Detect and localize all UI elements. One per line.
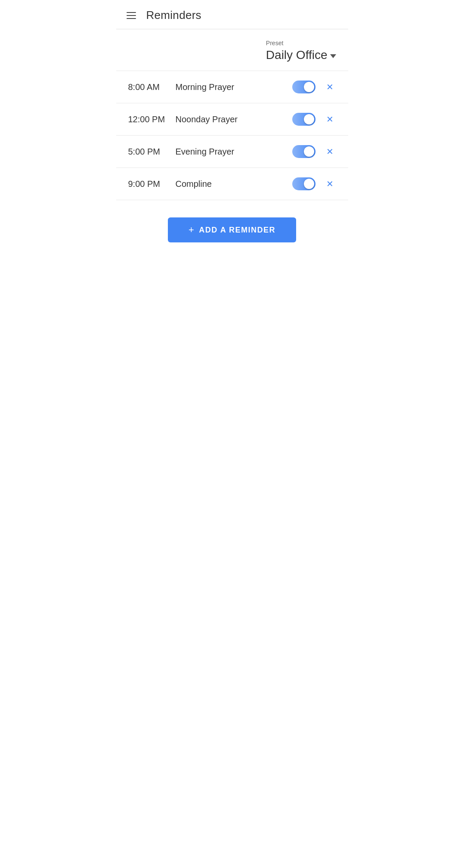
reminder-time: 8:00 AM (128, 82, 176, 92)
reminder-row: 8:00 AM Morning Prayer ✕ (116, 71, 348, 103)
reminders-list: 8:00 AM Morning Prayer ✕ 12:00 PM Noonda… (116, 71, 348, 200)
header: Reminders (116, 0, 348, 29)
preset-label: Preset (266, 40, 283, 46)
toggle-thumb (304, 179, 314, 189)
add-reminder-button[interactable]: + ADD A REMINDER (168, 217, 296, 242)
plus-icon: + (189, 225, 195, 235)
chevron-down-icon (330, 54, 336, 58)
reminder-time: 9:00 PM (128, 179, 176, 189)
reminder-name: Noonday Prayer (176, 115, 292, 124)
reminder-row: 12:00 PM Noonday Prayer ✕ (116, 103, 348, 136)
toggle-thumb (304, 146, 314, 157)
toggle-compline[interactable] (292, 177, 316, 190)
toggle-noonday-prayer[interactable] (292, 113, 316, 126)
preset-section: Preset Daily Office (116, 29, 348, 71)
delete-noonday-prayer-button[interactable]: ✕ (324, 113, 336, 125)
delete-morning-prayer-button[interactable]: ✕ (324, 81, 336, 93)
preset-container: Preset Daily Office (266, 40, 336, 62)
reminder-time: 5:00 PM (128, 147, 176, 157)
reminder-time: 12:00 PM (128, 115, 176, 124)
reminder-name: Morning Prayer (176, 82, 292, 92)
toggle-thumb (304, 82, 314, 92)
reminder-name: Compline (176, 179, 292, 189)
hamburger-icon[interactable] (127, 12, 136, 19)
add-reminder-label: ADD A REMINDER (199, 226, 275, 235)
toggle-morning-prayer[interactable] (292, 81, 316, 93)
delete-evening-prayer-button[interactable]: ✕ (324, 146, 336, 158)
preset-dropdown[interactable]: Daily Office (266, 48, 336, 62)
reminder-name: Evening Prayer (176, 147, 292, 157)
delete-compline-button[interactable]: ✕ (324, 178, 336, 190)
reminder-row: 9:00 PM Compline ✕ (116, 168, 348, 200)
reminder-row: 5:00 PM Evening Prayer ✕ (116, 136, 348, 168)
add-reminder-section: + ADD A REMINDER (116, 200, 348, 260)
preset-value: Daily Office (266, 48, 328, 62)
toggle-evening-prayer[interactable] (292, 145, 316, 158)
toggle-thumb (304, 114, 314, 124)
page-title: Reminders (146, 9, 201, 22)
